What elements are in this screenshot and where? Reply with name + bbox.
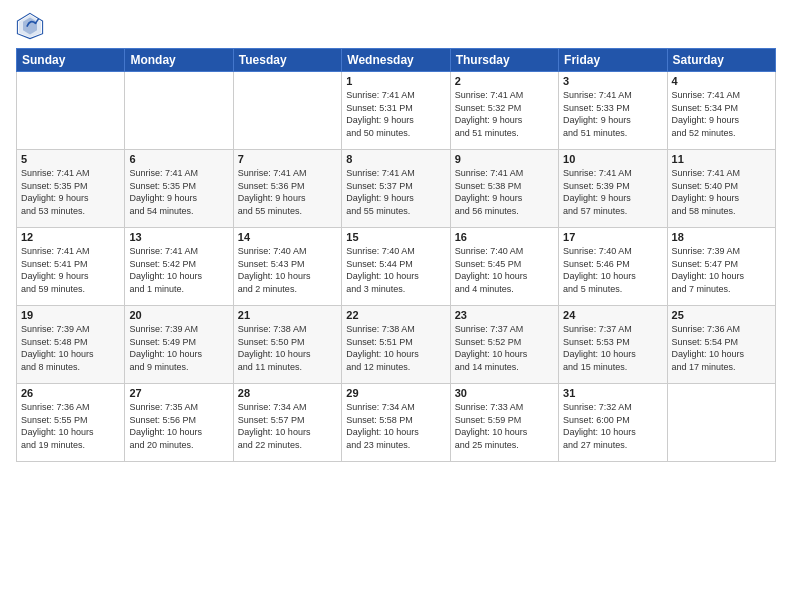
logo [16, 12, 48, 40]
calendar-cell: 20Sunrise: 7:39 AM Sunset: 5:49 PM Dayli… [125, 306, 233, 384]
calendar-cell: 25Sunrise: 7:36 AM Sunset: 5:54 PM Dayli… [667, 306, 775, 384]
day-info: Sunrise: 7:32 AM Sunset: 6:00 PM Dayligh… [563, 401, 662, 451]
calendar-cell: 15Sunrise: 7:40 AM Sunset: 5:44 PM Dayli… [342, 228, 450, 306]
calendar-cell: 8Sunrise: 7:41 AM Sunset: 5:37 PM Daylig… [342, 150, 450, 228]
day-number: 27 [129, 387, 228, 399]
day-info: Sunrise: 7:37 AM Sunset: 5:52 PM Dayligh… [455, 323, 554, 373]
calendar-cell: 29Sunrise: 7:34 AM Sunset: 5:58 PM Dayli… [342, 384, 450, 462]
calendar-cell: 17Sunrise: 7:40 AM Sunset: 5:46 PM Dayli… [559, 228, 667, 306]
calendar-cell: 6Sunrise: 7:41 AM Sunset: 5:35 PM Daylig… [125, 150, 233, 228]
day-number: 24 [563, 309, 662, 321]
day-number: 31 [563, 387, 662, 399]
day-info: Sunrise: 7:41 AM Sunset: 5:34 PM Dayligh… [672, 89, 771, 139]
calendar-cell [667, 384, 775, 462]
calendar-cell: 26Sunrise: 7:36 AM Sunset: 5:55 PM Dayli… [17, 384, 125, 462]
logo-icon [16, 12, 44, 40]
day-info: Sunrise: 7:41 AM Sunset: 5:36 PM Dayligh… [238, 167, 337, 217]
day-info: Sunrise: 7:37 AM Sunset: 5:53 PM Dayligh… [563, 323, 662, 373]
calendar-week-row: 19Sunrise: 7:39 AM Sunset: 5:48 PM Dayli… [17, 306, 776, 384]
calendar-cell: 23Sunrise: 7:37 AM Sunset: 5:52 PM Dayli… [450, 306, 558, 384]
day-info: Sunrise: 7:41 AM Sunset: 5:38 PM Dayligh… [455, 167, 554, 217]
calendar-cell: 5Sunrise: 7:41 AM Sunset: 5:35 PM Daylig… [17, 150, 125, 228]
calendar-cell: 24Sunrise: 7:37 AM Sunset: 5:53 PM Dayli… [559, 306, 667, 384]
day-number: 21 [238, 309, 337, 321]
calendar-cell: 1Sunrise: 7:41 AM Sunset: 5:31 PM Daylig… [342, 72, 450, 150]
calendar-cell: 11Sunrise: 7:41 AM Sunset: 5:40 PM Dayli… [667, 150, 775, 228]
day-info: Sunrise: 7:39 AM Sunset: 5:48 PM Dayligh… [21, 323, 120, 373]
day-info: Sunrise: 7:41 AM Sunset: 5:35 PM Dayligh… [129, 167, 228, 217]
column-header-saturday: Saturday [667, 49, 775, 72]
day-number: 26 [21, 387, 120, 399]
calendar-cell: 21Sunrise: 7:38 AM Sunset: 5:50 PM Dayli… [233, 306, 341, 384]
day-number: 19 [21, 309, 120, 321]
day-info: Sunrise: 7:34 AM Sunset: 5:57 PM Dayligh… [238, 401, 337, 451]
day-info: Sunrise: 7:38 AM Sunset: 5:50 PM Dayligh… [238, 323, 337, 373]
day-info: Sunrise: 7:40 AM Sunset: 5:46 PM Dayligh… [563, 245, 662, 295]
day-info: Sunrise: 7:40 AM Sunset: 5:43 PM Dayligh… [238, 245, 337, 295]
day-number: 1 [346, 75, 445, 87]
calendar-cell [17, 72, 125, 150]
calendar-cell: 14Sunrise: 7:40 AM Sunset: 5:43 PM Dayli… [233, 228, 341, 306]
day-info: Sunrise: 7:39 AM Sunset: 5:47 PM Dayligh… [672, 245, 771, 295]
day-number: 4 [672, 75, 771, 87]
day-number: 12 [21, 231, 120, 243]
calendar-week-row: 26Sunrise: 7:36 AM Sunset: 5:55 PM Dayli… [17, 384, 776, 462]
calendar-cell: 31Sunrise: 7:32 AM Sunset: 6:00 PM Dayli… [559, 384, 667, 462]
day-number: 28 [238, 387, 337, 399]
calendar-week-row: 1Sunrise: 7:41 AM Sunset: 5:31 PM Daylig… [17, 72, 776, 150]
day-info: Sunrise: 7:33 AM Sunset: 5:59 PM Dayligh… [455, 401, 554, 451]
calendar-cell: 2Sunrise: 7:41 AM Sunset: 5:32 PM Daylig… [450, 72, 558, 150]
day-info: Sunrise: 7:40 AM Sunset: 5:45 PM Dayligh… [455, 245, 554, 295]
day-info: Sunrise: 7:41 AM Sunset: 5:35 PM Dayligh… [21, 167, 120, 217]
day-info: Sunrise: 7:41 AM Sunset: 5:37 PM Dayligh… [346, 167, 445, 217]
day-info: Sunrise: 7:39 AM Sunset: 5:49 PM Dayligh… [129, 323, 228, 373]
day-number: 10 [563, 153, 662, 165]
calendar-cell: 10Sunrise: 7:41 AM Sunset: 5:39 PM Dayli… [559, 150, 667, 228]
day-info: Sunrise: 7:41 AM Sunset: 5:33 PM Dayligh… [563, 89, 662, 139]
page: SundayMondayTuesdayWednesdayThursdayFrid… [0, 0, 792, 612]
calendar-week-row: 12Sunrise: 7:41 AM Sunset: 5:41 PM Dayli… [17, 228, 776, 306]
day-number: 2 [455, 75, 554, 87]
day-number: 13 [129, 231, 228, 243]
column-header-tuesday: Tuesday [233, 49, 341, 72]
day-info: Sunrise: 7:40 AM Sunset: 5:44 PM Dayligh… [346, 245, 445, 295]
calendar-cell: 3Sunrise: 7:41 AM Sunset: 5:33 PM Daylig… [559, 72, 667, 150]
day-number: 14 [238, 231, 337, 243]
day-number: 7 [238, 153, 337, 165]
column-header-monday: Monday [125, 49, 233, 72]
calendar-cell [125, 72, 233, 150]
calendar-cell: 7Sunrise: 7:41 AM Sunset: 5:36 PM Daylig… [233, 150, 341, 228]
day-number: 30 [455, 387, 554, 399]
day-number: 20 [129, 309, 228, 321]
day-number: 22 [346, 309, 445, 321]
day-number: 3 [563, 75, 662, 87]
column-header-thursday: Thursday [450, 49, 558, 72]
day-info: Sunrise: 7:35 AM Sunset: 5:56 PM Dayligh… [129, 401, 228, 451]
day-number: 9 [455, 153, 554, 165]
day-info: Sunrise: 7:41 AM Sunset: 5:39 PM Dayligh… [563, 167, 662, 217]
calendar-cell: 22Sunrise: 7:38 AM Sunset: 5:51 PM Dayli… [342, 306, 450, 384]
calendar-cell: 18Sunrise: 7:39 AM Sunset: 5:47 PM Dayli… [667, 228, 775, 306]
day-number: 16 [455, 231, 554, 243]
day-info: Sunrise: 7:36 AM Sunset: 5:54 PM Dayligh… [672, 323, 771, 373]
day-info: Sunrise: 7:38 AM Sunset: 5:51 PM Dayligh… [346, 323, 445, 373]
calendar: SundayMondayTuesdayWednesdayThursdayFrid… [16, 48, 776, 462]
day-number: 23 [455, 309, 554, 321]
column-header-sunday: Sunday [17, 49, 125, 72]
calendar-cell: 28Sunrise: 7:34 AM Sunset: 5:57 PM Dayli… [233, 384, 341, 462]
day-number: 17 [563, 231, 662, 243]
day-number: 18 [672, 231, 771, 243]
calendar-cell [233, 72, 341, 150]
calendar-cell: 13Sunrise: 7:41 AM Sunset: 5:42 PM Dayli… [125, 228, 233, 306]
day-number: 29 [346, 387, 445, 399]
day-number: 6 [129, 153, 228, 165]
day-number: 5 [21, 153, 120, 165]
day-number: 15 [346, 231, 445, 243]
calendar-cell: 30Sunrise: 7:33 AM Sunset: 5:59 PM Dayli… [450, 384, 558, 462]
calendar-cell: 9Sunrise: 7:41 AM Sunset: 5:38 PM Daylig… [450, 150, 558, 228]
day-info: Sunrise: 7:41 AM Sunset: 5:41 PM Dayligh… [21, 245, 120, 295]
day-number: 8 [346, 153, 445, 165]
day-number: 11 [672, 153, 771, 165]
calendar-cell: 4Sunrise: 7:41 AM Sunset: 5:34 PM Daylig… [667, 72, 775, 150]
day-info: Sunrise: 7:36 AM Sunset: 5:55 PM Dayligh… [21, 401, 120, 451]
